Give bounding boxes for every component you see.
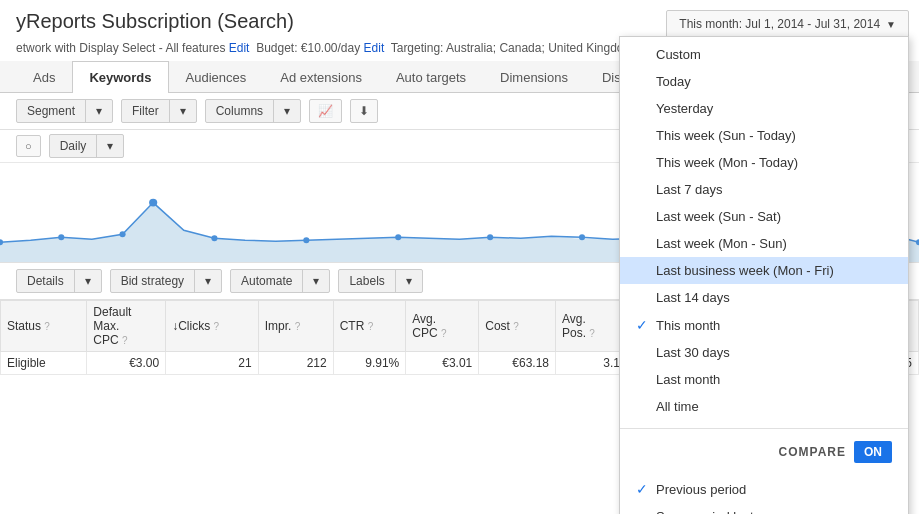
period-all-button[interactable]: ○ (16, 135, 41, 157)
details-button[interactable]: Details (17, 270, 75, 292)
compare-label: COMPARE (636, 445, 846, 459)
columns-button[interactable]: Columns (206, 100, 274, 122)
col-avg-cpc: Avg.CPC ? (406, 301, 479, 352)
svg-point-1 (149, 199, 157, 207)
option-last-week-mon[interactable]: Last week (Mon - Sun) (620, 230, 908, 257)
download-icon-button[interactable]: ⬇ (350, 99, 378, 123)
option-custom[interactable]: Custom (620, 41, 908, 68)
compare-option-same-period-last-year[interactable]: Same period last year (620, 503, 908, 514)
tab-ad-extensions[interactable]: Ad extensions (263, 61, 379, 93)
col-impr: Impr. ? (258, 301, 333, 352)
option-today[interactable]: Today (620, 68, 908, 95)
cell-impr: 212 (258, 352, 333, 375)
filter-btn-group: Filter ▾ (121, 99, 197, 123)
option-this-week-sun[interactable]: This week (Sun - Today) (620, 122, 908, 149)
automate-btn-group: Automate ▾ (230, 269, 330, 293)
tab-keywords[interactable]: Keywords (72, 61, 168, 93)
svg-point-5 (211, 235, 217, 241)
daily-button[interactable]: Daily (50, 135, 98, 157)
cell-clicks: 21 (166, 352, 259, 375)
date-range-button[interactable]: This month: Jul 1, 2014 - Jul 31, 2014 ▼ (666, 10, 909, 38)
details-arrow[interactable]: ▾ (75, 270, 101, 292)
bid-strategy-arrow[interactable]: ▾ (195, 270, 221, 292)
svg-point-9 (579, 234, 585, 240)
compare-option-previous-period[interactable]: ✓Previous period (620, 475, 908, 503)
segment-btn-group: Segment ▾ (16, 99, 113, 123)
daily-arrow[interactable]: ▾ (97, 135, 123, 157)
segment-arrow[interactable]: ▾ (86, 100, 112, 122)
cell-avg-cpc: €3.01 (406, 352, 479, 375)
option-last-week-sun[interactable]: Last week (Sun - Sat) (620, 203, 908, 230)
cell-avg-pos: 3.1 (555, 352, 626, 375)
cell-status: Eligible (1, 352, 87, 375)
compare-options-list: ✓Previous period Same period last year C… (620, 471, 908, 514)
date-dropdown-trigger[interactable]: This month: Jul 1, 2014 - Jul 31, 2014 ▼ (666, 10, 909, 38)
filter-arrow[interactable]: ▾ (170, 100, 196, 122)
cell-default-cpc: €3.00 (87, 352, 166, 375)
compare-toggle[interactable]: ON (854, 441, 892, 463)
columns-arrow[interactable]: ▾ (274, 100, 300, 122)
tab-auto-targets[interactable]: Auto targets (379, 61, 483, 93)
bid-strategy-btn-group: Bid strategy ▾ (110, 269, 222, 293)
tab-dimensions[interactable]: Dimensions (483, 61, 585, 93)
col-ctr: CTR ? (333, 301, 406, 352)
col-clicks[interactable]: ↓Clicks ? (166, 301, 259, 352)
option-last-business-week[interactable]: Last business week (Mon - Fri) (620, 257, 908, 284)
date-options-list: Custom Today Yesterday This week (Sun - … (620, 37, 908, 424)
option-last-7-days[interactable]: Last 7 days (620, 176, 908, 203)
col-cost: Cost ? (479, 301, 556, 352)
date-dropdown-menu: Custom Today Yesterday This week (Sun - … (619, 36, 909, 514)
chevron-down-icon: ▼ (886, 19, 896, 30)
col-default-cpc: DefaultMax.CPC ? (87, 301, 166, 352)
option-yesterday[interactable]: Yesterday (620, 95, 908, 122)
option-last-14-days[interactable]: Last 14 days (620, 284, 908, 311)
tab-audiences[interactable]: Audiences (169, 61, 264, 93)
labels-arrow[interactable]: ▾ (396, 270, 422, 292)
svg-point-3 (58, 234, 64, 240)
svg-point-4 (119, 231, 125, 237)
svg-point-8 (487, 234, 493, 240)
edit-link-1[interactable]: Edit (229, 41, 250, 55)
chart-icon-button[interactable]: 📈 (309, 99, 342, 123)
columns-btn-group: Columns ▾ (205, 99, 301, 123)
option-last-month[interactable]: Last month (620, 366, 908, 393)
tab-ads[interactable]: Ads (16, 61, 72, 93)
col-status: Status ? (1, 301, 87, 352)
svg-point-6 (303, 237, 309, 243)
labels-btn-group: Labels ▾ (338, 269, 422, 293)
svg-point-7 (395, 234, 401, 240)
option-last-30-days[interactable]: Last 30 days (620, 339, 908, 366)
date-range-label: This month: Jul 1, 2014 - Jul 31, 2014 (679, 17, 880, 31)
col-avg-pos: Avg.Pos. ? (555, 301, 626, 352)
bid-strategy-button[interactable]: Bid strategy (111, 270, 195, 292)
details-btn-group: Details ▾ (16, 269, 102, 293)
compare-row: COMPARE ON (620, 433, 908, 471)
option-this-week-mon[interactable]: This week (Mon - Today) (620, 149, 908, 176)
automate-arrow[interactable]: ▾ (303, 270, 329, 292)
cell-ctr: 9.91% (333, 352, 406, 375)
daily-btn-group: Daily ▾ (49, 134, 125, 158)
filter-button[interactable]: Filter (122, 100, 170, 122)
option-all-time[interactable]: All time (620, 393, 908, 420)
edit-link-2[interactable]: Edit (364, 41, 385, 55)
option-this-month[interactable]: ✓This month (620, 311, 908, 339)
automate-button[interactable]: Automate (231, 270, 303, 292)
cell-cost: €63.18 (479, 352, 556, 375)
segment-button[interactable]: Segment (17, 100, 86, 122)
labels-button[interactable]: Labels (339, 270, 395, 292)
